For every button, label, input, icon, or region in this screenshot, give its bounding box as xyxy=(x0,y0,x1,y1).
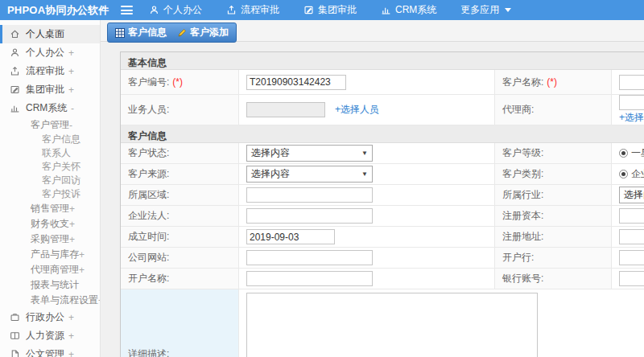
salesperson-input[interactable] xyxy=(246,102,325,117)
person-icon xyxy=(10,47,20,58)
sidebar-item-label: 采购管理 xyxy=(31,232,69,246)
expand-icon[interactable]: + xyxy=(68,66,74,77)
sidebar-item-sales-management[interactable]: 销售管理 + xyxy=(0,201,100,216)
account-name-field-cell xyxy=(239,269,495,289)
agent-input[interactable] xyxy=(619,95,644,110)
industry-select[interactable]: 选择内容 ▼ xyxy=(619,187,644,203)
source-select[interactable]: 选择内容 ▼ xyxy=(246,166,373,183)
customer-name-input[interactable] xyxy=(619,75,644,90)
status-field-cell: 选择内容 ▼ xyxy=(239,143,495,163)
sidebar-item-customer-info[interactable]: 客户信息 xyxy=(0,133,100,146)
select-value: 选择内容 xyxy=(251,167,290,181)
category-radio-enterprise[interactable] xyxy=(619,170,628,178)
sidebar-item-personal-office[interactable]: 个人办公 + xyxy=(0,43,100,62)
sidebar-item-form-workflow-settings[interactable]: 表单与流程设置 + xyxy=(0,293,100,308)
expand-icon[interactable]: + xyxy=(68,312,74,323)
region-input[interactable] xyxy=(246,187,373,203)
expand-icon[interactable]: + xyxy=(69,203,75,215)
collapse-icon[interactable]: - xyxy=(69,120,72,131)
sidebar-item-customer-complaints[interactable]: 客户投诉 xyxy=(0,187,100,201)
field-label: 注册资本: xyxy=(502,209,543,223)
grade-radio-one-star[interactable] xyxy=(619,149,628,158)
sidebar-item-agent-management[interactable]: 代理商管理 + xyxy=(0,262,100,277)
founded-date-input[interactable] xyxy=(246,229,335,244)
select-person-link[interactable]: +选择人员 xyxy=(335,103,379,117)
menu-toggle-icon[interactable] xyxy=(121,6,133,14)
sidebar-item-label: 联系人 xyxy=(42,146,71,160)
sidebar-item-crm-system[interactable]: CRM系统 - xyxy=(0,99,100,117)
registered-address-input[interactable] xyxy=(619,229,644,244)
status-select[interactable]: 选择内容 ▼ xyxy=(246,145,373,162)
sidebar-item-contacts[interactable]: 联系人 xyxy=(0,146,100,160)
industry-label-cell: 所属行业: xyxy=(495,185,612,205)
tab-customer-info[interactable]: 客户信息 xyxy=(115,26,167,39)
sidebar-item-finance[interactable]: 财务收支 + xyxy=(0,216,100,232)
topnav-personal-office[interactable]: 个人办公 xyxy=(149,3,202,17)
select-agent-link[interactable]: +选择代理商 xyxy=(619,111,644,125)
description-field-cell xyxy=(239,289,644,357)
salesperson-field-cell: +选择人员 xyxy=(239,95,495,125)
expand-icon[interactable]: + xyxy=(69,219,75,230)
sidebar-item-purchasing[interactable]: 采购管理 + xyxy=(0,232,100,247)
topnav-more-apps[interactable]: 更多应用 xyxy=(460,3,511,17)
sidebar-item-label: 个人办公 xyxy=(26,46,64,60)
chart-icon xyxy=(381,5,391,15)
customer-no-input[interactable] xyxy=(246,75,346,90)
section-header-customer-info: 客户信息 xyxy=(121,125,644,143)
sidebar-item-label: CRM系统 xyxy=(26,101,67,115)
upload-icon xyxy=(226,5,237,15)
upload-icon xyxy=(10,66,20,76)
field-label: 详细描述: xyxy=(128,347,169,357)
bank-input[interactable] xyxy=(619,250,644,265)
expand-icon[interactable]: + xyxy=(79,265,85,276)
person-icon xyxy=(149,5,159,15)
expand-icon[interactable]: + xyxy=(79,249,85,261)
topnav-workflow-approval[interactable]: 流程审批 xyxy=(226,3,279,17)
expand-icon[interactable]: + xyxy=(68,84,74,96)
customer-name-field-cell xyxy=(612,70,644,94)
website-field-cell xyxy=(239,248,495,268)
expand-icon[interactable]: + xyxy=(68,330,74,342)
sidebar-item-workflow-approval[interactable]: 流程审批 + xyxy=(0,62,100,80)
tab-customer-add[interactable]: 客户添加 xyxy=(177,26,229,39)
account-name-input[interactable] xyxy=(246,271,373,286)
sidebar-item-label: 流程审批 xyxy=(26,64,64,78)
sidebar-item-reports-statistics[interactable]: 报表与统计 xyxy=(0,277,100,293)
expand-icon[interactable]: + xyxy=(68,47,74,59)
description-textarea[interactable] xyxy=(246,293,538,357)
sidebar-item-products-inventory[interactable]: 产品与库存 + xyxy=(0,247,100,262)
select-arrow-icon: ▼ xyxy=(361,150,368,157)
customer-no-label-cell: 客户编号: (*) xyxy=(121,70,239,94)
topnav-label: CRM系统 xyxy=(395,3,436,17)
salesperson-label-cell: 业务人员: xyxy=(121,95,239,125)
radio-label: 一星 xyxy=(631,146,644,160)
sidebar-item-customer-care[interactable]: 客户关怀 xyxy=(0,160,100,174)
expand-icon[interactable]: + xyxy=(69,234,75,245)
topnav-label: 个人办公 xyxy=(163,3,202,17)
sidebar-item-group-approval[interactable]: 集团审批 + xyxy=(0,80,100,99)
customer-no-field-cell xyxy=(239,70,495,94)
sidebar-item-personal-desktop[interactable]: 个人桌面 xyxy=(0,25,100,43)
legal-person-input[interactable] xyxy=(246,208,373,224)
registered-capital-input[interactable] xyxy=(619,208,644,224)
grade-field-cell: 一星 xyxy=(612,143,644,163)
field-label: 成立时间: xyxy=(128,230,169,244)
bank-label-cell: 开户行: xyxy=(495,248,612,268)
field-label: 客户状态: xyxy=(128,146,169,160)
registered-capital-label-cell: 注册资本: xyxy=(495,206,612,226)
sidebar-item-administration[interactable]: 行政办公 + xyxy=(0,308,100,326)
topnav-crm-system[interactable]: CRM系统 xyxy=(381,3,436,17)
collapse-icon[interactable]: - xyxy=(71,103,74,114)
account-name-label-cell: 开户名称: xyxy=(121,269,239,289)
website-input[interactable] xyxy=(246,250,373,265)
sidebar-item-customer-management[interactable]: 客户管理 - xyxy=(0,117,100,133)
topnav-group-approval[interactable]: 集团审批 xyxy=(303,3,357,17)
sidebar-item-document-management[interactable]: 公文管理 + xyxy=(0,345,100,357)
field-label: 客户等级: xyxy=(502,146,543,160)
field-label: 开户行: xyxy=(502,251,534,265)
expand-icon[interactable]: + xyxy=(68,349,74,357)
sidebar-item-human-resources[interactable]: 人力资源 + xyxy=(0,326,100,345)
sidebar-item-customer-followup[interactable]: 客户回访 xyxy=(0,174,100,187)
registered-address-field-cell xyxy=(612,227,644,247)
bank-account-input[interactable] xyxy=(619,271,644,286)
